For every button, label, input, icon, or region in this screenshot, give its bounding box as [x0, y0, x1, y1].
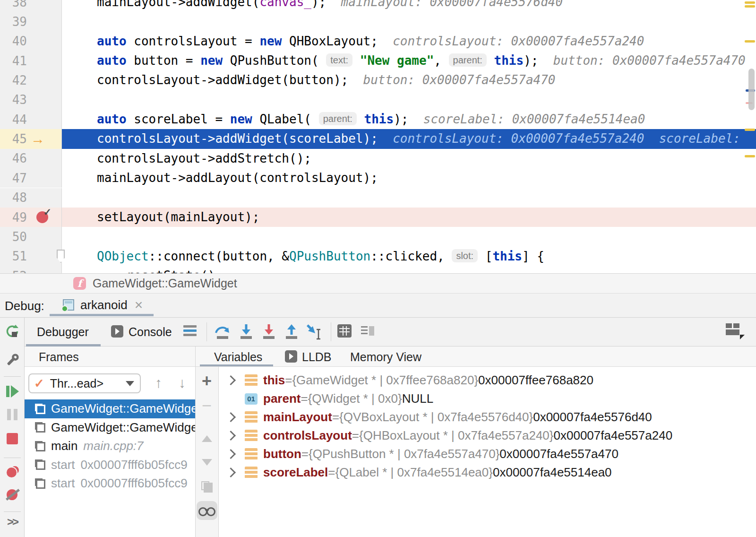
variable-row[interactable]: this = {GameWidget * | 0x7ffee768a820} 0…: [219, 371, 756, 390]
frame-row[interactable]: GameWidget::GameWidget: [25, 399, 195, 418]
gutter-line-40[interactable]: 40: [0, 32, 62, 51]
gutter-line-47[interactable]: 47: [0, 168, 62, 188]
frame-row[interactable]: start0x00007fff6b05fcc9: [25, 474, 195, 493]
code-line-40[interactable]: 40auto controlsLayout = new QHBoxLayout;…: [0, 32, 756, 51]
settings-wrench-icon[interactable]: [0, 353, 25, 368]
frame-label: GameWidget::GameWidget: [51, 401, 195, 416]
breadcrumb-bar: f GameWidget::GameWidget: [0, 273, 756, 293]
code-line-49[interactable]: 49✓setLayout(mainLayout);: [0, 208, 756, 227]
run-to-cursor-icon[interactable]: [305, 323, 324, 341]
variable-row[interactable]: button = {QPushButton * | 0x7fa4e557a470…: [219, 445, 756, 463]
line-number: 52: [0, 269, 27, 273]
code-line-42[interactable]: 42controlsLayout->addWidget(button); but…: [0, 70, 756, 90]
code-line-48[interactable]: 48: [0, 188, 756, 208]
code-token: canvas_: [259, 0, 311, 9]
line-number: 43: [0, 93, 27, 107]
gutter-line-46[interactable]: 46: [0, 149, 62, 168]
gutter-line-43[interactable]: 43: [0, 90, 62, 110]
show-watches-icon[interactable]: [195, 501, 218, 520]
terminal-icon: [111, 325, 123, 338]
editor-scrollbar-thumb[interactable]: [748, 69, 755, 110]
code-line-41[interactable]: 41auto button = new QPushButton( text: "…: [0, 51, 756, 70]
expand-chevron-icon[interactable]: [226, 412, 236, 422]
gutter-line-39[interactable]: 39: [0, 12, 62, 31]
expand-chevron-icon[interactable]: [226, 375, 236, 385]
view-breakpoints-icon[interactable]: [0, 466, 25, 478]
gutter-line-49[interactable]: 49✓: [0, 208, 62, 227]
tab-console[interactable]: Console: [129, 325, 172, 339]
pause-icon[interactable]: [0, 409, 25, 420]
mute-breakpoints-icon[interactable]: [0, 488, 25, 501]
code-token: scoreLabel: 0x00007fa4e5514ea0: [409, 112, 645, 126]
variable-row[interactable]: 01parent = {QWidget * | 0x0} NULL: [219, 390, 756, 408]
show-variables-icon[interactable]: [361, 325, 375, 338]
code-line-50[interactable]: 50: [0, 227, 756, 246]
rerun-icon[interactable]: [0, 324, 25, 339]
previous-frame-icon[interactable]: ↑: [155, 375, 162, 391]
variable-row[interactable]: scoreLabel = {QLabel * | 0x7fa4e5514ea0}…: [219, 463, 756, 482]
stop-icon[interactable]: [0, 433, 25, 444]
gutter-line-51[interactable]: 51: [0, 247, 62, 266]
remove-watch-icon[interactable]: −: [195, 396, 218, 416]
gutter-line-41[interactable]: 41: [0, 51, 62, 70]
move-up-icon[interactable]: [195, 435, 218, 442]
step-into-icon[interactable]: [238, 323, 254, 340]
tab-variables[interactable]: Variables: [214, 350, 262, 364]
variable-row[interactable]: mainLayout = {QVBoxLayout * | 0x7fa4e557…: [219, 408, 756, 426]
code-line-39[interactable]: 39: [0, 12, 756, 31]
toolbar-separator: [206, 322, 207, 341]
code-line-44[interactable]: 44auto scoreLabel = new QLabel( parent: …: [0, 110, 756, 129]
code-line-51[interactable]: 51QObject::connect(button, &QPushButton:…: [0, 247, 756, 266]
code-text: mainLayout->addLayout(controlsLayout);: [62, 168, 756, 188]
code-token: ::connect(button, &: [149, 249, 289, 263]
stripe-mark: [745, 40, 755, 43]
variable-value: 0x00007ffee768a820: [478, 373, 593, 388]
tab-lldb[interactable]: LLDB: [302, 350, 332, 364]
add-watch-icon[interactable]: +: [195, 371, 218, 391]
step-over-icon[interactable]: [214, 323, 232, 340]
code-editor[interactable]: 38mainLayout->addWidget(canvas_); mainLa…: [0, 0, 756, 273]
code-line-52[interactable]: 52 resetState();: [0, 266, 756, 273]
code-line-43[interactable]: 43: [0, 90, 756, 110]
code-token: new: [230, 112, 252, 126]
thread-selector[interactable]: ✓ Thr...ead>: [28, 373, 141, 393]
evaluate-expression-icon[interactable]: [337, 324, 352, 338]
breadcrumb-item[interactable]: GameWidget::GameWidget: [93, 277, 237, 290]
tab-memory-view[interactable]: Memory View: [350, 350, 421, 364]
variable-row[interactable]: controlsLayout = {QHBoxLayout * | 0x7fa4…: [219, 426, 756, 445]
move-down-icon[interactable]: [195, 459, 218, 466]
copy-icon[interactable]: [195, 481, 218, 493]
tab-debugger[interactable]: Debugger: [37, 325, 89, 339]
code-text: setLayout(mainLayout);: [62, 208, 756, 227]
session-tab-arkanoid[interactable]: arkanoid ×: [50, 294, 143, 316]
frame-row[interactable]: mainmain.cpp:7: [25, 437, 195, 456]
frame-row[interactable]: start0x00007fff6b05fcc9: [25, 456, 195, 475]
gutter-line-38[interactable]: 38: [0, 0, 62, 12]
code-line-47[interactable]: 47mainLayout->addLayout(controlsLayout);: [0, 168, 756, 188]
frame-row[interactable]: GameWidget::GameWidget: [25, 418, 195, 437]
gutter-line-44[interactable]: 44: [0, 110, 62, 129]
equals-separator: =: [328, 465, 335, 480]
code-line-45[interactable]: 45→controlsLayout->addWidget(scoreLabel)…: [0, 129, 756, 148]
breakpoint-icon[interactable]: ✓: [36, 211, 48, 223]
code-token: mainLayout: 0x00007fa4e5576d40: [326, 0, 563, 9]
next-frame-icon[interactable]: ↓: [179, 375, 186, 391]
gutter-line-45[interactable]: 45→: [0, 129, 62, 148]
gutter-line-52[interactable]: 52: [0, 266, 62, 273]
gutter-line-48[interactable]: 48: [0, 188, 62, 208]
step-out-icon[interactable]: [284, 323, 300, 340]
close-icon[interactable]: ×: [135, 299, 143, 311]
resume-icon[interactable]: [0, 385, 25, 398]
restore-layout-icon[interactable]: [726, 323, 743, 338]
code-line-38[interactable]: 38mainLayout->addWidget(canvas_); mainLa…: [0, 0, 756, 12]
code-line-46[interactable]: 46controlsLayout->addStretch();: [0, 149, 756, 168]
panel-divider[interactable]: [195, 346, 196, 537]
expand-chevron-icon[interactable]: [226, 468, 236, 477]
more-icon[interactable]: >>: [0, 515, 25, 528]
expand-chevron-icon[interactable]: [226, 449, 236, 459]
gutter-line-50[interactable]: 50: [0, 227, 62, 246]
layout-options-icon[interactable]: [183, 325, 197, 338]
force-step-into-icon[interactable]: [261, 323, 277, 340]
expand-chevron-icon[interactable]: [226, 431, 236, 441]
gutter-line-42[interactable]: 42: [0, 70, 62, 90]
